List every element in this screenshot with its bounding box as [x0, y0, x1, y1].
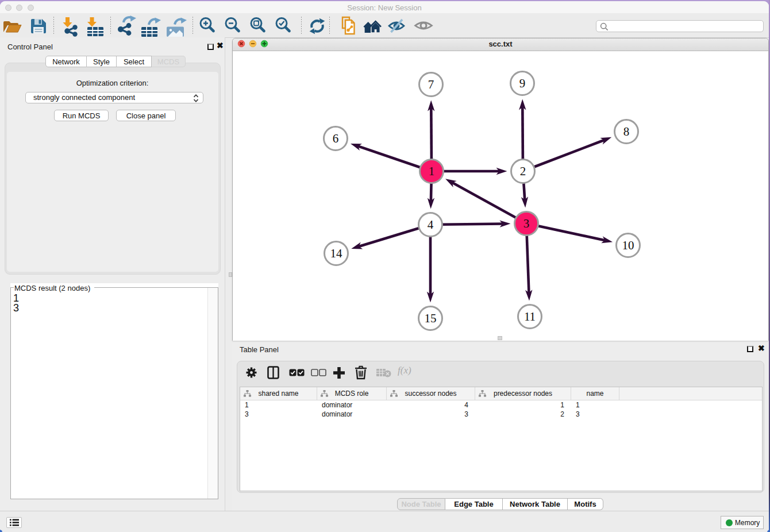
svg-text:7: 7: [428, 78, 434, 91]
svg-text:10: 10: [622, 238, 634, 252]
svg-text:1: 1: [429, 164, 435, 178]
svg-text:4: 4: [428, 218, 434, 232]
svg-text:15: 15: [425, 311, 437, 325]
svg-text:2: 2: [520, 164, 526, 178]
svg-text:6: 6: [333, 132, 339, 145]
svg-text:9: 9: [519, 76, 526, 90]
svg-text:3: 3: [523, 217, 530, 230]
svg-text:14: 14: [330, 246, 343, 260]
svg-text:11: 11: [524, 310, 536, 323]
svg-text:8: 8: [623, 125, 630, 138]
